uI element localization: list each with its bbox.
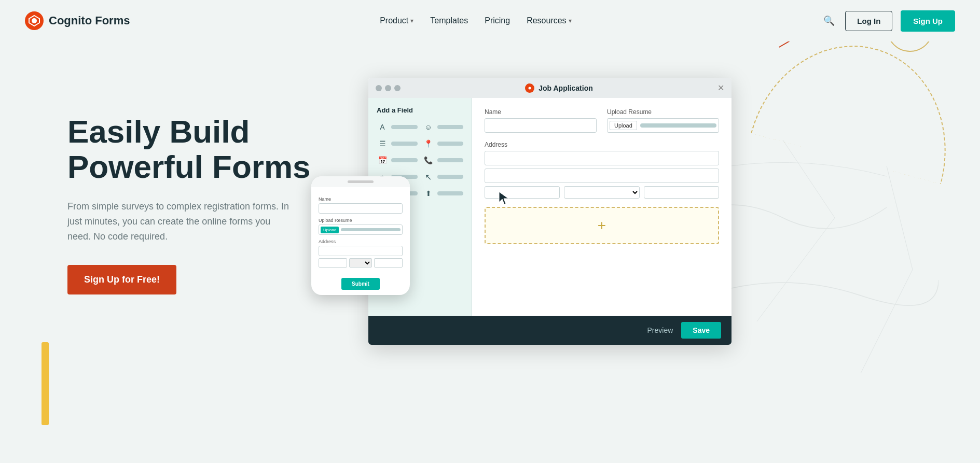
hero-right: Job Application ✕ Add a Field A [337, 62, 938, 73]
fb-dot-1 [376, 85, 382, 91]
field-line [391, 142, 418, 146]
nav-links: Product ▾ Templates Pricing Resources ▾ [380, 16, 571, 25]
fb-add-field-title: Add a Field [377, 106, 463, 114]
fb-upload-button[interactable]: Upload [610, 121, 637, 130]
fb-address-sub [485, 186, 719, 199]
fb-titlebar: Job Application ✕ [368, 78, 731, 98]
navbar: Cognito Forms Product ▾ Templates Pricin… [0, 0, 980, 41]
fb-add-field-drop-zone[interactable]: + [485, 207, 719, 244]
field-item-phone[interactable]: 📞 [423, 155, 464, 166]
field-line [437, 125, 464, 129]
fb-title: Job Application [525, 83, 592, 93]
fb-dot-3 [394, 85, 401, 91]
field-item-upload[interactable]: ⬆ [423, 188, 464, 199]
nav-pricing[interactable]: Pricing [485, 16, 510, 25]
fb-name-col: Name [485, 108, 597, 133]
fb-body: Add a Field A ☺ ☰ [368, 98, 731, 316]
fb-address-line2[interactable] [485, 169, 719, 183]
field-line [437, 158, 464, 162]
field-line [437, 175, 464, 179]
logo-icon [25, 11, 44, 30]
mobile-upload-progress [341, 228, 401, 231]
calendar-icon: 📅 [377, 155, 388, 166]
mobile-zip-input[interactable] [374, 258, 403, 268]
fb-address-row: Address [485, 141, 719, 199]
hero-section: Easily Build Powerful Forms From simple … [0, 41, 980, 436]
fb-form-top-row: Name Upload Resume Upload [485, 108, 719, 133]
logo-link[interactable]: Cognito Forms [25, 11, 130, 30]
cursor-icon: ↖ [423, 171, 434, 183]
mobile-state-select[interactable] [349, 258, 372, 268]
fb-address-line1[interactable] [485, 151, 719, 165]
hero-subtitle: From simple surveys to complex registrat… [67, 199, 296, 244]
fb-city-input[interactable] [485, 186, 560, 199]
yellow-accent-bar [42, 342, 49, 425]
hero-title: Easily Build Powerful Forms [67, 114, 337, 185]
fb-state-select[interactable] [564, 186, 639, 199]
search-button[interactable]: 🔍 [821, 13, 837, 29]
field-item-location[interactable]: 📍 [423, 138, 464, 149]
fb-zip-input[interactable] [644, 186, 719, 199]
hero-left: Easily Build Powerful Forms From simple … [67, 62, 337, 294]
search-icon: 🔍 [823, 16, 835, 26]
upload-icon: ⬆ [423, 188, 434, 199]
login-button[interactable]: Log In [845, 11, 892, 31]
chevron-down-icon: ▾ [569, 17, 572, 24]
mobile-submit-button[interactable]: Submit [341, 278, 380, 290]
fb-titlebar-dots [376, 85, 401, 91]
fb-footer: Preview Save [368, 316, 731, 345]
field-item-text[interactable]: A [377, 121, 418, 133]
list-icon: ☰ [377, 138, 388, 149]
nav-actions: 🔍 Log In Sign Up [821, 10, 955, 32]
fb-dot-2 [385, 85, 391, 91]
nav-templates[interactable]: Templates [430, 16, 468, 25]
chevron-down-icon: ▾ [410, 17, 413, 24]
fb-logo-icon [525, 83, 534, 93]
fb-upload-col: Upload Resume Upload [607, 108, 719, 133]
field-item-date[interactable]: 📅 [377, 155, 418, 166]
svg-point-3 [529, 87, 531, 89]
field-item-cursor[interactable]: ↖ [423, 171, 464, 183]
fb-name-label: Name [485, 108, 597, 116]
close-icon[interactable]: ✕ [717, 83, 724, 93]
field-line [391, 158, 418, 162]
field-line [437, 142, 464, 146]
nav-resources[interactable]: Resources ▾ [527, 16, 571, 25]
fb-preview-button[interactable]: Preview [647, 326, 673, 334]
mobile-notch [348, 180, 374, 183]
cursor-icon-deco [498, 191, 510, 205]
signup-button[interactable]: Sign Up [901, 10, 955, 32]
fb-form-preview: Name Upload Resume Upload [472, 98, 731, 316]
fb-address-label: Address [485, 141, 719, 148]
nav-product[interactable]: Product ▾ [380, 16, 413, 25]
phone-icon: 📞 [423, 155, 434, 166]
form-builder-window: Job Application ✕ Add a Field A [368, 78, 731, 345]
fb-save-button[interactable]: Save [681, 322, 721, 339]
field-line [437, 191, 464, 195]
logo-text: Cognito Forms [49, 14, 130, 27]
svg-point-1 [32, 18, 37, 23]
smiley-icon: ☺ [423, 121, 434, 133]
location-icon: 📍 [423, 138, 434, 149]
fb-upload-row: Upload [607, 118, 719, 133]
cta-button[interactable]: Sign Up for Free! [67, 265, 176, 294]
field-line [391, 125, 418, 129]
fb-upload-progress [640, 123, 716, 128]
fb-name-input[interactable] [485, 118, 597, 133]
fb-upload-label: Upload Resume [607, 108, 719, 116]
text-field-icon: A [377, 121, 388, 133]
plus-icon: + [598, 217, 606, 234]
field-item-list[interactable]: ☰ [377, 138, 418, 149]
field-item-smiley[interactable]: ☺ [423, 121, 464, 133]
